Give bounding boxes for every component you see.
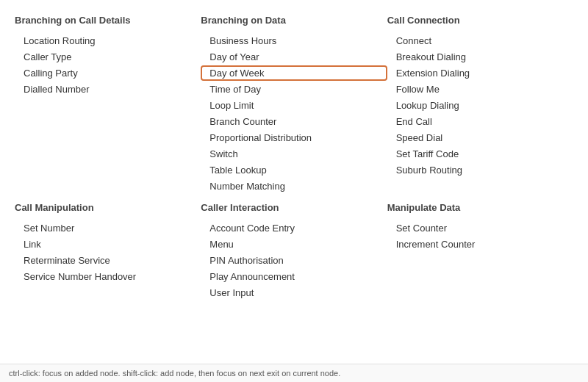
column-header-manipulate-data: Manipulate Data — [387, 202, 573, 213]
menu-item-calling-party[interactable]: Calling Party — [15, 65, 201, 81]
menu-item-switch[interactable]: Switch — [201, 146, 387, 162]
menu-item-lookup-dialing[interactable]: Lookup Dialing — [387, 98, 573, 113]
column-manipulate-data: Manipulate DataSet CounterIncrement Coun… — [387, 202, 573, 301]
menu-item-day-of-week[interactable]: Day of Week — [201, 65, 387, 81]
column-branching-data: Branching on DataBusiness HoursDay of Ye… — [201, 15, 387, 195]
menu-item-suburb-routing[interactable]: Suburb Routing — [387, 162, 573, 178]
column-call-connection: Call ConnectionConnectBreakout DialingEx… — [387, 15, 573, 195]
menu-item-connect[interactable]: Connect — [387, 33, 573, 48]
menu-item-number-matching[interactable]: Number Matching — [201, 179, 387, 194]
menu-item-branch-counter[interactable]: Branch Counter — [201, 114, 387, 129]
menu-item-reterminate-service[interactable]: Reterminate Service — [15, 253, 201, 268]
column-branching-call-details: Branching on Call DetailsLocation Routin… — [15, 15, 201, 195]
column-call-manipulation: Call ManipulationSet NumberLinkRetermina… — [15, 202, 201, 301]
menu-item-proportional-distribution[interactable]: Proportional Distribution — [201, 130, 387, 145]
menu-item-speed-dial[interactable]: Speed Dial — [387, 130, 573, 145]
menu-item-set-counter[interactable]: Set Counter — [387, 220, 573, 236]
menu-item-breakout-dialing[interactable]: Breakout Dialing — [387, 49, 573, 65]
menu-item-increment-counter[interactable]: Increment Counter — [387, 237, 573, 252]
column-header-caller-interaction: Caller Interaction — [201, 202, 387, 213]
column-header-call-manipulation: Call Manipulation — [15, 202, 201, 213]
menu-item-set-tariff-code[interactable]: Set Tariff Code — [387, 146, 573, 162]
menu-item-link[interactable]: Link — [15, 237, 201, 252]
menu-item-play-announcement[interactable]: Play Announcement — [201, 269, 387, 284]
column-header-branching-call-details: Branching on Call Details — [15, 15, 201, 26]
menu-item-menu[interactable]: Menu — [201, 237, 387, 252]
status-text: ctrl-click: focus on added node. shift-c… — [9, 369, 340, 378]
menu-item-set-number[interactable]: Set Number — [15, 220, 201, 236]
menu-item-loop-limit[interactable]: Loop Limit — [201, 98, 387, 113]
menu-item-pin-authorisation[interactable]: PIN Authorisation — [201, 253, 387, 268]
menu-item-dialled-number[interactable]: Dialled Number — [15, 82, 201, 97]
menu-item-table-lookup[interactable]: Table Lookup — [201, 162, 387, 178]
menu-item-time-of-day[interactable]: Time of Day — [201, 82, 387, 97]
menu-item-user-input[interactable]: User Input — [201, 285, 387, 300]
menu-item-end-call[interactable]: End Call — [387, 114, 573, 129]
menu-item-service-number-handover[interactable]: Service Number Handover — [15, 269, 201, 284]
column-header-branching-data: Branching on Data — [201, 15, 387, 26]
menu-item-location-routing[interactable]: Location Routing — [15, 33, 201, 48]
menu-item-follow-me[interactable]: Follow Me — [387, 82, 573, 97]
status-bar: ctrl-click: focus on added node. shift-c… — [0, 364, 588, 382]
menu-item-caller-type[interactable]: Caller Type — [15, 49, 201, 65]
menu-item-extension-dialing[interactable]: Extension Dialing — [387, 65, 573, 81]
column-caller-interaction: Caller InteractionAccount Code EntryMenu… — [201, 202, 387, 301]
menu-item-business-hours[interactable]: Business Hours — [201, 33, 387, 48]
menu-item-day-of-year[interactable]: Day of Year — [201, 49, 387, 65]
column-header-call-connection: Call Connection — [387, 15, 573, 26]
menu-item-account-code-entry[interactable]: Account Code Entry — [201, 220, 387, 236]
